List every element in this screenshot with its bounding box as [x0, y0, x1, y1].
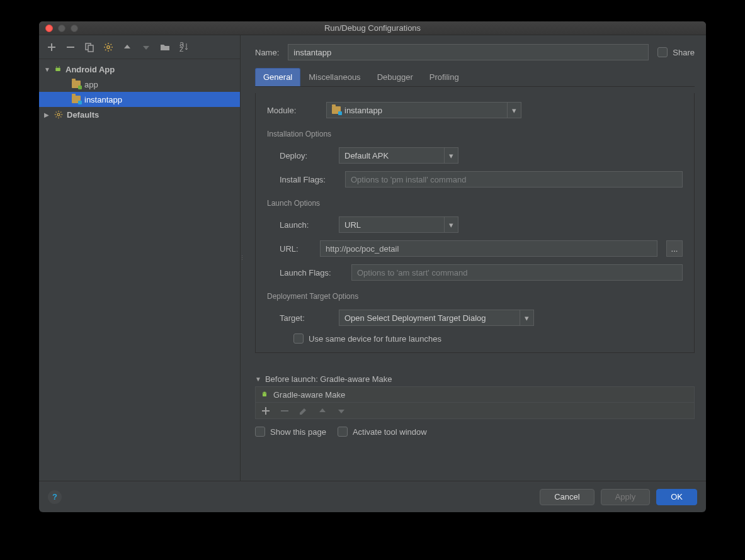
install-section-header: Installation Options [267, 130, 683, 138]
move-task-up-icon [317, 406, 327, 416]
launch-flags-label: Launch Flags: [280, 268, 343, 277]
remove-task-icon [280, 406, 290, 416]
cancel-button[interactable]: Cancel [540, 489, 594, 505]
same-device-label: Use same device for future launches [309, 334, 441, 344]
tree-node-defaults[interactable]: ▶ Defaults [39, 107, 240, 122]
settings-icon[interactable] [103, 42, 113, 52]
chevron-down-icon: ▾ [444, 148, 458, 163]
before-launch-section: ▼ Before launch: Gradle-aware Make Gradl… [255, 374, 695, 437]
tree-node-android-app[interactable]: ▼ Android App [39, 62, 240, 77]
before-launch-toolbar [256, 402, 694, 418]
expand-arrow-icon[interactable]: ▼ [255, 376, 261, 383]
tree-node-label: Defaults [67, 110, 99, 120]
tree-node-label: Android App [65, 65, 115, 74]
svg-point-11 [265, 393, 266, 393]
same-device-checkbox[interactable] [293, 333, 304, 344]
move-task-down-icon [336, 406, 346, 416]
url-input[interactable] [320, 240, 657, 257]
remove-config-icon[interactable] [65, 42, 76, 52]
before-launch-header: Before launch: Gradle-aware Make [265, 374, 392, 384]
deploy-label: Deploy: [280, 151, 330, 160]
launch-select[interactable]: URL ▾ [339, 216, 458, 233]
target-value: Open Select Deployment Target Dialog [344, 313, 486, 323]
same-device-option[interactable]: Use same device for future launches [293, 333, 683, 344]
collapse-arrow-icon: ▶ [44, 111, 50, 118]
add-config-icon[interactable] [47, 42, 57, 52]
expand-arrow-icon: ▼ [44, 66, 50, 73]
svg-rect-2 [88, 45, 93, 52]
window-title: Run/Debug Configurations [39, 23, 706, 33]
module-icon [332, 106, 341, 114]
share-label: Share [673, 48, 695, 57]
share-checkbox[interactable] [657, 47, 668, 57]
show-page-checkbox[interactable] [255, 427, 265, 437]
launch-value: URL [344, 220, 361, 230]
activate-tool-label: Activate tool window [353, 427, 427, 437]
svg-point-7 [56, 67, 57, 68]
tab-miscellaneous[interactable]: Miscellaneous [300, 68, 368, 86]
copy-config-icon[interactable] [84, 42, 94, 52]
general-panel: Module: instantapp ▾ Installation Option… [255, 93, 695, 353]
name-label: Name: [255, 48, 279, 57]
module-app-icon [72, 81, 81, 88]
target-label: Target: [280, 313, 330, 323]
tree-item-label: instantapp [84, 95, 122, 104]
svg-rect-0 [67, 47, 74, 48]
tab-profiling[interactable]: Profiling [421, 68, 467, 86]
ok-button[interactable]: OK [656, 489, 697, 505]
svg-point-9 [57, 113, 60, 116]
show-page-option[interactable]: Show this page [255, 427, 326, 437]
tree-item-label: app [84, 80, 98, 89]
module-label: Module: [267, 106, 317, 115]
dialog-footer: ? Cancel Apply OK [39, 481, 706, 512]
deployment-section-header: Deployment Target Options [267, 292, 683, 301]
module-instantapp-icon [72, 96, 81, 103]
svg-point-10 [263, 393, 264, 393]
activate-tool-option[interactable]: Activate tool window [338, 427, 427, 437]
svg-text:z: z [179, 44, 184, 52]
tabs: General Miscellaneous Debugger Profiling [255, 68, 695, 87]
module-value: instantapp [344, 106, 382, 115]
sidebar-toolbar: az [39, 35, 240, 59]
name-input[interactable] [288, 44, 649, 60]
titlebar: Run/Debug Configurations [39, 21, 706, 35]
sort-alpha-icon[interactable]: az [179, 42, 189, 52]
apply-button: Apply [601, 489, 651, 505]
move-up-icon[interactable] [122, 42, 132, 52]
before-launch-item[interactable]: Gradle-aware Make [256, 387, 694, 402]
tab-debugger[interactable]: Debugger [369, 68, 421, 86]
svg-rect-6 [55, 68, 60, 71]
tab-general[interactable]: General [255, 68, 300, 86]
chevron-down-icon: ▾ [507, 103, 521, 118]
tree-item-instantapp[interactable]: instantapp [39, 92, 240, 107]
deploy-value: Default APK [344, 151, 389, 160]
before-launch-item-label: Gradle-aware Make [273, 390, 345, 400]
svg-point-8 [59, 67, 60, 68]
help-button[interactable]: ? [48, 490, 62, 504]
svg-point-3 [107, 45, 110, 48]
launch-label: Launch: [280, 220, 330, 230]
deploy-select[interactable]: Default APK ▾ [339, 147, 458, 164]
tree-item-app[interactable]: app [39, 77, 240, 92]
main-panel: Name: Share General Miscellaneous Debugg… [244, 35, 706, 481]
target-select[interactable]: Open Select Deployment Target Dialog ▾ [339, 310, 534, 326]
config-tree: ▼ Android App app instantapp ▶ [39, 59, 240, 481]
edit-task-icon [299, 406, 309, 416]
url-browse-button[interactable]: ... [666, 240, 683, 257]
share-option[interactable]: Share [657, 47, 695, 57]
install-flags-input[interactable] [345, 171, 683, 188]
install-flags-label: Install Flags: [280, 175, 336, 184]
android-icon [54, 65, 62, 73]
sidebar: az ▼ Android App app instantapp [39, 35, 241, 481]
svg-rect-12 [281, 410, 288, 412]
launch-flags-input[interactable] [351, 264, 683, 281]
dialog-window: Run/Debug Configurations az ▼ [39, 21, 706, 512]
activate-tool-checkbox[interactable] [338, 427, 348, 437]
launch-section-header: Launch Options [267, 199, 683, 208]
folder-icon[interactable] [160, 42, 170, 52]
before-launch-list: Gradle-aware Make [255, 386, 695, 419]
move-down-icon [141, 42, 151, 52]
add-task-icon[interactable] [261, 406, 271, 416]
android-icon [261, 391, 268, 398]
module-select[interactable]: instantapp ▾ [326, 102, 521, 118]
